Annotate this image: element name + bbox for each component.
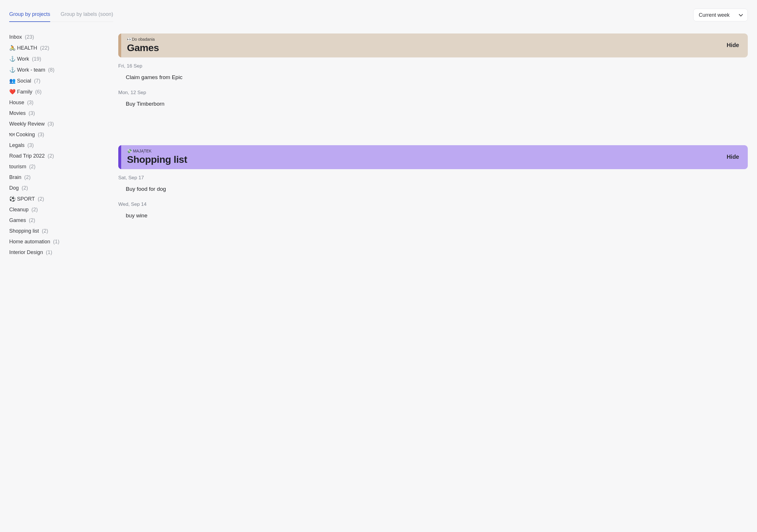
sidebar-item-count: (3)	[47, 121, 54, 127]
period-select[interactable]: Current week	[693, 9, 748, 21]
sidebar-item-count: (8)	[48, 67, 54, 73]
sidebar-item-count: (1)	[53, 239, 59, 245]
group-color-stripe	[118, 145, 121, 169]
sidebar-item-count: (19)	[32, 56, 41, 62]
sidebar-item[interactable]: Inbox(23)	[9, 34, 105, 41]
hide-button[interactable]: Hide	[727, 154, 739, 160]
date-label: Sat, Sep 17	[118, 175, 748, 181]
sidebar-item-label: ⚽ SPORT	[9, 196, 35, 202]
sidebar-item-label: Games	[9, 217, 26, 223]
date-label: Mon, 12 Sep	[118, 90, 748, 96]
sidebar-item[interactable]: ❤️ Family(6)	[9, 88, 105, 96]
sidebar-item-label: Road Trip 2022	[9, 153, 45, 159]
task-item[interactable]: Buy food for dog	[118, 186, 748, 192]
tab-group-by-labels[interactable]: Group by labels (soon)	[61, 8, 113, 22]
task-item[interactable]: Buy Timberborn	[118, 101, 748, 107]
group-parent-label: 💸 MAJĄTEK	[127, 149, 727, 153]
task-item[interactable]: buy wine	[118, 212, 748, 219]
sidebar-item-label: Weekly Review	[9, 121, 45, 127]
sidebar-item-label: tourism	[9, 164, 26, 170]
group-header: 💸 MAJĄTEKShopping listHide	[118, 145, 748, 169]
sidebar-item[interactable]: Movies(3)	[9, 110, 105, 117]
hide-button[interactable]: Hide	[727, 42, 739, 48]
sidebar-item-count: (7)	[34, 78, 40, 84]
sidebar-item-label: Dog	[9, 185, 19, 191]
sidebar-item-count: (3)	[27, 100, 34, 106]
sidebar-item-count: (2)	[24, 174, 31, 180]
sidebar-item[interactable]: 🍽 Cooking(3)	[9, 131, 105, 138]
sidebar-item-label: House	[9, 100, 24, 106]
sidebar-item-label: Movies	[9, 110, 26, 116]
sidebar-item-label: 👥 Social	[9, 78, 31, 84]
date-label: Fri, 16 Sep	[118, 63, 748, 69]
sidebar-item[interactable]: Cleanup(2)	[9, 206, 105, 213]
sidebar-item-label: Legals	[9, 142, 24, 148]
sidebar-item[interactable]: Shopping list(2)	[9, 228, 105, 235]
sidebar-item-label: ⚓ Work - team	[9, 67, 45, 73]
sidebar-item[interactable]: tourism(2)	[9, 163, 105, 170]
sidebar-item[interactable]: Road Trip 2022(2)	[9, 152, 105, 160]
task-item[interactable]: Claim games from Epic	[118, 74, 748, 80]
sidebar-item-count: (2)	[22, 185, 28, 191]
sidebar-item-label: Inbox	[9, 34, 22, 40]
sidebar-item[interactable]: 🚴 HEALTH(22)	[9, 44, 105, 52]
group-title: Games	[127, 42, 727, 53]
sidebar-item-count: (2)	[29, 164, 36, 170]
sidebar-item-label: Interior Design	[9, 249, 43, 256]
sidebar-item[interactable]: ⚓ Work(19)	[9, 55, 105, 63]
sidebar-item[interactable]: ⚽ SPORT(2)	[9, 195, 105, 203]
sidebar-item[interactable]: Weekly Review(3)	[9, 120, 105, 128]
sidebar-item-label: ❤️ Family	[9, 89, 32, 95]
sidebar-item[interactable]: Interior Design(1)	[9, 249, 105, 256]
tab-group-by-projects[interactable]: Group by projects	[9, 8, 50, 22]
sidebar-item-count: (22)	[40, 45, 49, 51]
sidebar-item-label: Home automation	[9, 239, 50, 245]
sidebar-item-label: 🍽 Cooking	[9, 132, 35, 138]
sidebar-item-count: (3)	[27, 142, 34, 148]
sidebar-item[interactable]: 👥 Social(7)	[9, 77, 105, 84]
period-select-value: Current week	[699, 12, 730, 18]
sidebar-item[interactable]: Legals(3)	[9, 142, 105, 149]
chevron-down-icon	[739, 13, 743, 16]
sidebar-item-count: (23)	[25, 34, 34, 40]
sidebar-item[interactable]: Dog(2)	[9, 184, 105, 192]
sidebar-item-count: (3)	[29, 110, 35, 116]
date-label: Wed, Sep 14	[118, 202, 748, 207]
main-content: 👀Do obadaniaGamesHideFri, 16 SepClaim ga…	[118, 34, 748, 228]
group-color-stripe	[118, 34, 121, 57]
sidebar-item-count: (6)	[35, 89, 42, 95]
sidebar-item-label: Shopping list	[9, 228, 39, 234]
sidebar-item-count: (2)	[38, 196, 44, 202]
sidebar-item-label: 🚴 HEALTH	[9, 45, 37, 51]
sidebar-item[interactable]: Home automation(1)	[9, 238, 105, 245]
sidebar: Inbox(23)🚴 HEALTH(22)⚓ Work(19)⚓ Work - …	[9, 34, 105, 256]
sidebar-item-count: (2)	[31, 207, 38, 213]
sidebar-item-label: ⚓ Work	[9, 56, 29, 62]
sidebar-item-count: (2)	[47, 153, 54, 159]
sidebar-item-count: (3)	[38, 132, 44, 138]
sidebar-item-count: (2)	[42, 228, 48, 234]
sidebar-item[interactable]: ⚓ Work - team(8)	[9, 66, 105, 74]
sidebar-item-count: (2)	[29, 217, 35, 223]
group-parent-label: 👀Do obadania	[127, 37, 727, 42]
sidebar-item-label: Cleanup	[9, 207, 29, 213]
group-header: 👀Do obadaniaGamesHide	[118, 34, 748, 57]
sidebar-item[interactable]: Brain(2)	[9, 174, 105, 181]
sidebar-item-label: Brain	[9, 174, 21, 180]
sidebar-item[interactable]: Games(2)	[9, 217, 105, 224]
sidebar-item-count: (1)	[46, 249, 52, 256]
sidebar-item[interactable]: House(3)	[9, 99, 105, 106]
group-title: Shopping list	[127, 154, 727, 165]
tabs-bar: Group by projects Group by labels (soon)	[9, 8, 113, 22]
